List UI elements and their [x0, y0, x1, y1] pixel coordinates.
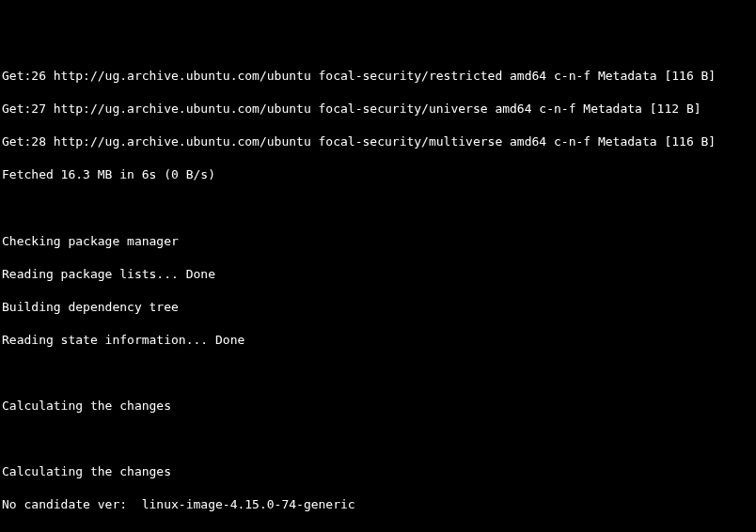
calc-line: Calculating the changes — [2, 398, 756, 415]
fetch-line: Get:28 http://ug.archive.ubuntu.com/ubun… — [2, 133, 756, 150]
pkg-line: Building dependency tree — [2, 299, 756, 316]
fetch-line: Get:26 http://ug.archive.ubuntu.com/ubun… — [2, 68, 756, 85]
blank-line — [2, 430, 756, 447]
blank-line — [2, 365, 756, 382]
pkg-line: Checking package manager — [2, 233, 756, 250]
pkg-line: Reading package lists... Done — [2, 266, 756, 283]
pkg-line: Reading state information... Done — [2, 332, 756, 349]
fetch-line: Get:27 http://ug.archive.ubuntu.com/ubun… — [2, 101, 756, 117]
fetch-summary: Fetched 16.3 MB in 6s (0 B/s) — [2, 166, 756, 183]
candidate-line: No candidate ver: linux-image-4.15.0-74-… — [2, 496, 756, 513]
blank-line — [2, 200, 756, 217]
calc-line: Calculating the changes — [2, 463, 756, 480]
